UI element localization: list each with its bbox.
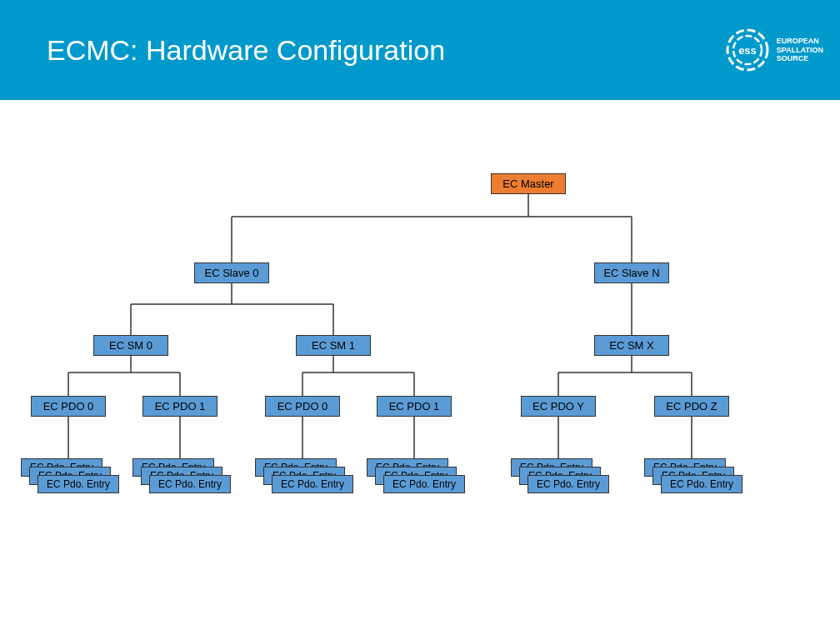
- node-ec-sm-1: EC SM 1: [296, 335, 371, 356]
- logo-text-line: SPALLATION: [777, 46, 823, 55]
- node-ec-slave-0: EC Slave 0: [194, 262, 269, 283]
- node-ec-pdo: EC PDO 0: [31, 396, 106, 417]
- logo-text-line: SOURCE: [777, 54, 823, 63]
- logo-text-line: EUROPEAN: [777, 37, 823, 46]
- logo-text: EUROPEAN SPALLATION SOURCE: [777, 37, 823, 63]
- header: ECMC: Hardware Configuration ess EUROPEA…: [0, 0, 840, 100]
- node-pdo-entry: EC Pdo. Entry: [272, 475, 353, 493]
- node-ec-slave-n: EC Slave N: [594, 262, 669, 283]
- page-title: ECMC: Hardware Configuration: [47, 34, 445, 67]
- node-ec-pdo: EC PDO 0: [265, 396, 340, 417]
- logo: ess EUROPEAN SPALLATION SOURCE: [723, 26, 823, 74]
- node-ec-pdo: EC PDO 1: [377, 396, 452, 417]
- node-ec-sm-0: EC SM 0: [93, 335, 168, 356]
- node-ec-pdo: EC PDO Z: [654, 396, 729, 417]
- node-pdo-entry: EC Pdo. Entry: [661, 475, 742, 493]
- node-pdo-entry: EC Pdo. Entry: [38, 475, 119, 493]
- diagram-area: EC Master EC Slave 0 EC Slave N EC SM 0 …: [0, 100, 840, 630]
- node-ec-sm-x: EC SM X: [594, 335, 669, 356]
- node-ec-pdo: EC PDO Y: [521, 396, 596, 417]
- node-ec-pdo: EC PDO 1: [142, 396, 218, 417]
- connector-lines: [0, 100, 840, 630]
- node-ec-master: EC Master: [491, 173, 566, 194]
- ess-logo-icon: ess: [723, 26, 772, 74]
- node-pdo-entry: EC Pdo. Entry: [383, 475, 465, 493]
- node-pdo-entry: EC Pdo. Entry: [149, 475, 231, 493]
- svg-text:ess: ess: [738, 44, 757, 57]
- node-pdo-entry: EC Pdo. Entry: [528, 475, 609, 493]
